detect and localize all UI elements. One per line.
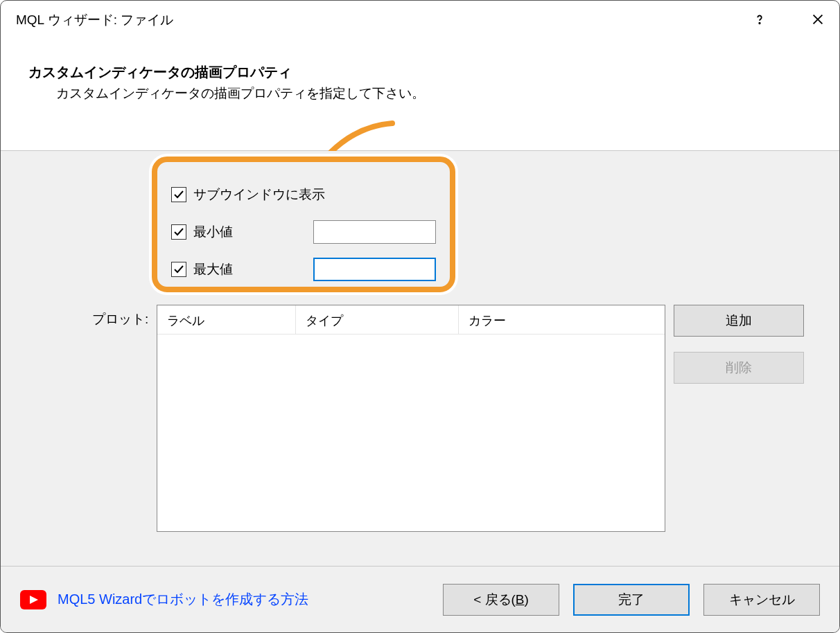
add-button[interactable]: 追加 bbox=[674, 305, 804, 337]
svg-point-0 bbox=[759, 23, 760, 24]
back-button[interactable]: < 戻る(B) bbox=[443, 584, 559, 616]
min-input[interactable] bbox=[313, 220, 436, 244]
window-title: MQL ウィザード: ファイル bbox=[16, 11, 173, 29]
titlebar-controls bbox=[752, 12, 825, 29]
plot-col-color[interactable]: カラー bbox=[459, 305, 665, 334]
max-row: 最大値 bbox=[171, 251, 436, 288]
max-checkbox[interactable] bbox=[171, 262, 186, 277]
min-row: 最小値 bbox=[171, 213, 436, 251]
max-input[interactable] bbox=[313, 258, 436, 281]
header-area: カスタムインディケータの描画プロパティ カスタムインディケータの描画プロパティを… bbox=[1, 39, 839, 150]
plot-label: プロット: bbox=[92, 305, 148, 532]
plot-col-type[interactable]: タイプ bbox=[296, 305, 459, 334]
youtube-icon[interactable] bbox=[20, 590, 46, 609]
plot-table-header: ラベル タイプ カラー bbox=[157, 305, 665, 335]
plot-col-label[interactable]: ラベル bbox=[157, 305, 296, 334]
tutorial-link[interactable]: MQL5 Wizardでロボットを作成する方法 bbox=[58, 590, 308, 609]
close-icon[interactable] bbox=[810, 12, 825, 29]
subwindow-label: サブウインドウに表示 bbox=[193, 186, 325, 204]
plot-section: プロット: ラベル タイプ カラー 追加 削除 bbox=[92, 305, 804, 532]
titlebar: MQL ウィザード: ファイル bbox=[1, 1, 839, 39]
plot-table[interactable]: ラベル タイプ カラー bbox=[157, 305, 665, 532]
back-suffix: ) bbox=[525, 592, 529, 607]
back-key: B bbox=[516, 592, 525, 607]
dialog-window: MQL ウィザード: ファイル カスタムインディケータの描画プロパティ カスタム… bbox=[0, 0, 840, 633]
subwindow-row: サブウインドウに表示 bbox=[171, 176, 436, 213]
footer-buttons: < 戻る(B) 完了 キャンセル bbox=[443, 584, 820, 616]
help-icon[interactable] bbox=[752, 12, 767, 29]
min-checkbox[interactable] bbox=[171, 224, 186, 240]
subwindow-checkbox[interactable] bbox=[171, 187, 186, 202]
page-title: カスタムインディケータの描画プロパティ bbox=[28, 63, 812, 82]
min-label: 最小値 bbox=[193, 223, 233, 241]
finish-button[interactable]: 完了 bbox=[573, 584, 690, 616]
back-prefix: < 戻る( bbox=[473, 591, 516, 609]
max-label: 最大値 bbox=[193, 260, 233, 278]
footer: MQL5 Wizardでロボットを作成する方法 < 戻る(B) 完了 キャンセル bbox=[1, 566, 839, 632]
cancel-button[interactable]: キャンセル bbox=[703, 584, 820, 616]
delete-button: 削除 bbox=[674, 352, 804, 384]
highlighted-options-box: サブウインドウに表示 最小値 最大値 bbox=[152, 157, 455, 292]
plot-side-buttons: 追加 削除 bbox=[674, 305, 804, 532]
page-description: カスタムインディケータの描画プロパティを指定して下さい。 bbox=[56, 84, 812, 102]
content-area: サブウインドウに表示 最小値 最大値 プロット: ラベル bbox=[1, 151, 839, 566]
